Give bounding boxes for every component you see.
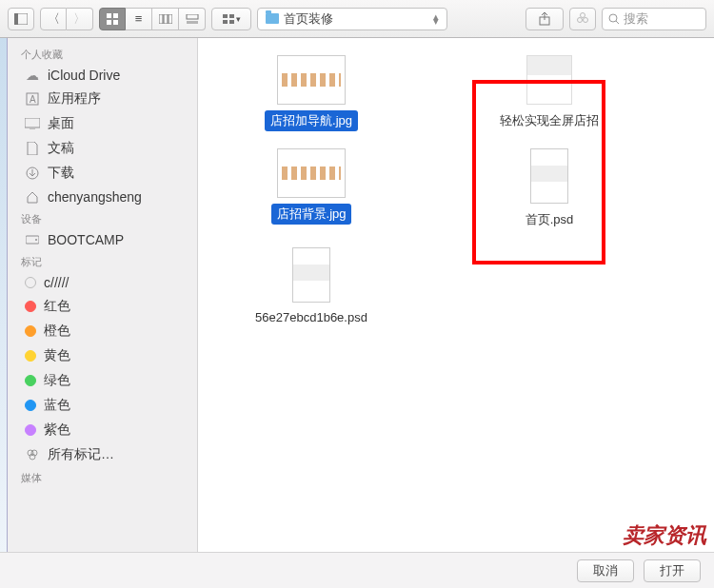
file-item[interactable]: 轻松实现全屏店招 bbox=[459, 55, 640, 131]
svg-rect-6 bbox=[159, 14, 163, 24]
search-input[interactable]: 搜索 bbox=[602, 8, 706, 30]
sidebar-tag-blue[interactable]: 蓝色 bbox=[8, 393, 197, 418]
cancel-button[interactable]: 取消 bbox=[577, 559, 634, 582]
sidebar-tag-all[interactable]: 所有标记… bbox=[8, 442, 197, 467]
open-button[interactable]: 打开 bbox=[644, 559, 701, 582]
view-group: ≡ bbox=[99, 8, 206, 30]
forward-button[interactable]: 〉 bbox=[67, 8, 93, 30]
file-name: 店招背景.jpg bbox=[271, 204, 352, 225]
svg-rect-1 bbox=[14, 13, 18, 25]
tag-dot-icon bbox=[25, 424, 36, 436]
list-view-button[interactable]: ≡ bbox=[126, 8, 152, 30]
watermark: 卖家资讯 bbox=[623, 521, 706, 550]
sidebar-tag-orange[interactable]: 橙色 bbox=[8, 319, 197, 343]
search-icon bbox=[608, 13, 620, 25]
sidebar-item-apps[interactable]: A应用程序 bbox=[8, 87, 197, 111]
file-name: 56e27ebcd1b6e.psd bbox=[249, 308, 373, 326]
sidebar-tag-green[interactable]: 绿色 bbox=[8, 368, 197, 393]
home-icon bbox=[25, 189, 40, 205]
sidebar-item-bootcamp[interactable]: BOOTCAMP bbox=[8, 228, 197, 251]
svg-rect-5 bbox=[113, 20, 118, 25]
sidebar-item-downloads[interactable]: 下载 bbox=[8, 161, 197, 186]
column-view-button[interactable] bbox=[152, 8, 179, 30]
doc-icon bbox=[25, 141, 40, 156]
svg-rect-2 bbox=[107, 13, 111, 18]
svg-point-18 bbox=[581, 12, 585, 17]
icon-view-button[interactable] bbox=[99, 8, 126, 30]
footer: 取消 打开 bbox=[0, 552, 714, 588]
svg-rect-8 bbox=[169, 14, 172, 24]
tags-button[interactable] bbox=[569, 8, 596, 30]
section-header: 设备 bbox=[8, 208, 197, 228]
file-name: 首页.psd bbox=[520, 209, 580, 230]
sidebar: 个人收藏 ☁iCloud Drive A应用程序 桌面 文稿 下载 chenya… bbox=[8, 38, 198, 552]
file-item[interactable]: 店招加导航.jpg bbox=[221, 55, 402, 131]
file-grid[interactable]: 店招加导航.jpg 轻松实现全屏店招 店招背景.jpg 首页.psd 56e27… bbox=[198, 38, 714, 552]
sidebar-item-icloud[interactable]: ☁iCloud Drive bbox=[8, 64, 197, 87]
svg-point-20 bbox=[584, 17, 588, 22]
sidebar-tag-purple[interactable]: 紫色 bbox=[8, 418, 197, 442]
file-thumbnail bbox=[277, 148, 346, 198]
section-header: 个人收藏 bbox=[8, 44, 197, 64]
svg-point-19 bbox=[578, 17, 583, 22]
tag-dot-icon bbox=[25, 400, 36, 411]
section-header: 标记 bbox=[8, 251, 197, 271]
section-header: 媒体 bbox=[8, 467, 197, 487]
desktop-icon bbox=[25, 116, 40, 131]
file-thumbnail bbox=[526, 55, 572, 105]
tag-dot-icon bbox=[25, 277, 36, 288]
file-item[interactable]: 店招背景.jpg bbox=[221, 148, 402, 230]
main: 个人收藏 ☁iCloud Drive A应用程序 桌面 文稿 下载 chenya… bbox=[0, 38, 714, 552]
search-placeholder: 搜索 bbox=[624, 10, 648, 28]
svg-rect-12 bbox=[223, 14, 228, 18]
arrange-button[interactable]: ▾ bbox=[211, 8, 251, 30]
file-item[interactable]: 首页.psd bbox=[459, 148, 640, 230]
back-button[interactable]: 〈 bbox=[40, 8, 67, 30]
file-name: 轻松实现全屏店招 bbox=[494, 110, 605, 131]
sidebar-item-desktop[interactable]: 桌面 bbox=[8, 111, 197, 136]
all-tags-icon bbox=[25, 447, 40, 462]
tag-dot-icon bbox=[25, 301, 36, 312]
sidebar-item-home[interactable]: chenyangsheng bbox=[8, 186, 197, 208]
svg-rect-4 bbox=[107, 20, 111, 25]
chevron-updown-icon: ▴▾ bbox=[433, 14, 439, 24]
app-icon: A bbox=[25, 91, 40, 107]
toolbar: 〈 〉 ≡ ▾ 首页装修 ▴▾ 搜索 bbox=[0, 0, 714, 38]
folder-icon bbox=[266, 13, 279, 24]
download-icon bbox=[25, 166, 40, 181]
svg-line-22 bbox=[616, 21, 619, 24]
nav-group: 〈 〉 bbox=[40, 8, 93, 30]
sidebar-tag-c[interactable]: c///// bbox=[8, 271, 197, 294]
sidebar-toggle-button[interactable] bbox=[8, 8, 34, 30]
sidebar-tag-yellow[interactable]: 黄色 bbox=[8, 343, 197, 368]
tag-dot-icon bbox=[25, 350, 36, 362]
svg-point-30 bbox=[35, 239, 37, 241]
folder-name: 首页装修 bbox=[284, 10, 333, 28]
file-thumbnail bbox=[530, 148, 568, 204]
svg-rect-3 bbox=[113, 13, 118, 18]
svg-rect-14 bbox=[223, 20, 228, 24]
cloud-icon: ☁ bbox=[25, 68, 40, 83]
svg-rect-15 bbox=[229, 20, 234, 24]
svg-rect-9 bbox=[187, 14, 198, 19]
sidebar-item-documents[interactable]: 文稿 bbox=[8, 136, 197, 161]
tag-dot-icon bbox=[25, 375, 36, 386]
background-edge bbox=[0, 38, 8, 552]
svg-point-21 bbox=[609, 14, 617, 22]
disk-icon bbox=[25, 232, 40, 247]
svg-rect-7 bbox=[164, 14, 168, 24]
coverflow-view-button[interactable] bbox=[179, 8, 206, 30]
file-thumbnail bbox=[277, 55, 346, 105]
svg-rect-13 bbox=[229, 14, 234, 18]
file-item[interactable]: 56e27ebcd1b6e.psd bbox=[221, 247, 402, 326]
file-name: 店招加导航.jpg bbox=[265, 110, 358, 131]
sidebar-tag-red[interactable]: 红色 bbox=[8, 294, 197, 319]
svg-rect-25 bbox=[25, 118, 40, 127]
path-selector[interactable]: 首页装修 ▴▾ bbox=[257, 8, 447, 30]
tag-dot-icon bbox=[25, 325, 36, 337]
file-thumbnail bbox=[292, 247, 330, 303]
share-button[interactable] bbox=[526, 8, 564, 30]
svg-text:A: A bbox=[30, 94, 36, 105]
